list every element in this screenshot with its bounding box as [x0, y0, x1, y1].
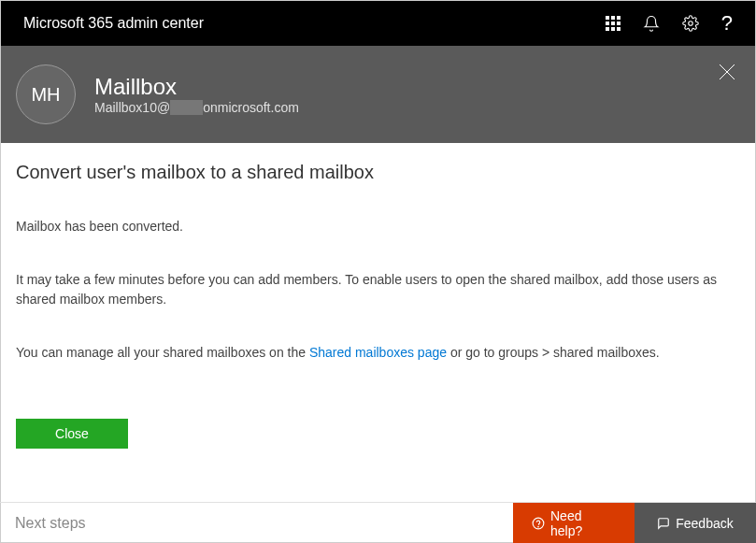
help-icon[interactable]: ? [721, 11, 733, 36]
svg-rect-3 [606, 21, 609, 25]
svg-rect-8 [617, 27, 620, 31]
avatar: MH [16, 64, 76, 124]
notifications-icon[interactable] [643, 15, 660, 32]
svg-rect-1 [611, 16, 615, 20]
close-button[interactable]: Close [16, 419, 128, 449]
svg-rect-7 [611, 27, 615, 31]
pane-heading: Convert user's mailbox to a shared mailb… [16, 162, 740, 183]
next-steps-label: Next steps [0, 515, 513, 532]
shared-mailboxes-link[interactable]: Shared mailboxes page [309, 345, 447, 360]
svg-rect-0 [606, 16, 609, 20]
status-text: Mailbox has been converted. [16, 217, 740, 236]
top-bar: Microsoft 365 admin center ? [1, 1, 755, 46]
svg-point-13 [538, 526, 539, 527]
panel-header-text: Maillbox Maillbox10@xxxxxonmicrosoft.com [94, 74, 299, 115]
settings-icon[interactable] [682, 15, 699, 32]
panel-title: Maillbox [94, 74, 299, 100]
content: Convert user's mailbox to a shared mailb… [1, 143, 755, 499]
avatar-initials: MH [31, 84, 60, 106]
top-bar-icons: ? [606, 11, 733, 36]
info-text: It may take a few minutes before you can… [16, 270, 740, 309]
svg-point-9 [689, 21, 693, 26]
panel-subtitle: Maillbox10@xxxxxonmicrosoft.com [94, 100, 299, 115]
app-title: Microsoft 365 admin center [23, 15, 204, 32]
help-circle-icon [532, 517, 545, 530]
feedback-button[interactable]: Feedback [635, 503, 756, 544]
svg-rect-6 [606, 27, 609, 31]
app-launcher-icon[interactable] [606, 16, 620, 31]
manage-text: You can manage all your shared mailboxes… [16, 343, 740, 363]
panel-header: MH Maillbox Maillbox10@xxxxxonmicrosoft.… [1, 46, 755, 143]
need-help-button[interactable]: Need help? [513, 503, 635, 544]
footer: Next steps Need help? Feedback [0, 502, 756, 543]
svg-rect-2 [617, 16, 620, 20]
feedback-icon [657, 517, 670, 530]
svg-rect-5 [617, 21, 620, 25]
close-icon[interactable] [718, 61, 736, 87]
svg-rect-4 [611, 21, 615, 25]
